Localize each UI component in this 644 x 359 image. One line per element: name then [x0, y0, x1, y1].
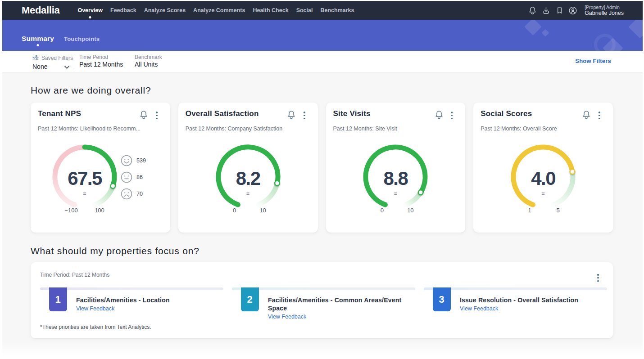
- alert-bell-icon[interactable]: [139, 110, 148, 122]
- focus-section-heading: What should my properties focus on?: [31, 233, 613, 256]
- account-icon[interactable]: [568, 6, 577, 15]
- medallia-app: Medallia OverviewFeedbackAnalyze ScoresA…: [2, 1, 643, 358]
- decor-diamond: [542, 29, 549, 37]
- metric-card-social-scores: Social Scores Past 12 Months: Overall Sc…: [473, 103, 613, 233]
- gauge-value: 8.2: [203, 168, 293, 189]
- gauge: 67.5 = −100 100: [40, 132, 130, 222]
- decor-ring: [594, 34, 616, 51]
- card-subtitle: Past 12 Months: Likelihood to Recomm...: [31, 122, 170, 132]
- primary-nav: OverviewFeedbackAnalyze ScoresAnalyze Co…: [77, 4, 354, 16]
- priority-item-2: 2 Facilities/Amenities - Common Areas/Ev…: [232, 287, 415, 320]
- time-period-label: Time Period: [79, 54, 108, 60]
- view-feedback-link[interactable]: View Feedback: [76, 305, 114, 312]
- filter-divider: [75, 54, 75, 69]
- nav-item-analyze-comments[interactable]: Analyze Comments: [193, 4, 245, 16]
- metric-card-tenant-nps: Tenant NPS Past 12 Months: Likelihood to…: [31, 103, 170, 233]
- gauge: 4.0 = 1 5: [498, 132, 588, 222]
- card-header: Overall Satisfaction: [178, 103, 318, 122]
- user-block[interactable]: [Property] Admin Gabrielle Jones: [585, 4, 624, 16]
- benchmark-value: All Units: [135, 61, 158, 68]
- priority-text: Facilities/Amenities - Common Areas/Even…: [268, 290, 415, 320]
- medallia-logo: Medallia: [22, 4, 59, 16]
- gauge-min-label: 0: [368, 207, 395, 214]
- kebab-menu-icon[interactable]: [596, 273, 600, 283]
- tab-summary[interactable]: Summary: [22, 35, 54, 43]
- chevron-down-icon[interactable]: [64, 63, 69, 71]
- user-name: Gabrielle Jones: [585, 10, 624, 16]
- time-period-value: Past 12 Months: [79, 61, 123, 68]
- gauge-max-label: 5: [544, 207, 571, 214]
- priority-rank-badge: 1: [49, 287, 67, 311]
- card-subtitle: Past 12 Months: Overall Score: [473, 122, 613, 132]
- benchmark-group[interactable]: Benchmark All Units: [135, 51, 162, 72]
- decor-diamond: [629, 20, 643, 38]
- subnav-band: SummaryTouchpoints: [2, 20, 643, 51]
- gauge-max-label: 100: [86, 207, 113, 214]
- card-title: Tenant NPS: [38, 109, 139, 118]
- kebab-menu-icon[interactable]: [303, 110, 306, 121]
- breakdown-count: 539: [136, 157, 146, 164]
- time-period-group[interactable]: Time Period Past 12 Months: [79, 51, 123, 72]
- breakdown-row: 86: [121, 171, 146, 183]
- gauge-value: 8.8: [350, 168, 440, 189]
- saved-filters-label: Saved Filters: [41, 55, 73, 61]
- kebab-menu-icon[interactable]: [450, 110, 454, 121]
- tab-label: Touchpoints: [64, 36, 100, 42]
- filter-bar: Saved Filters None Time Period Past 12 M…: [2, 51, 643, 72]
- saved-filters-group[interactable]: Saved Filters None: [32, 51, 73, 72]
- breakdown-row: 70: [121, 188, 146, 200]
- sliders-icon: [32, 54, 39, 62]
- gauge-comparison: =: [498, 191, 588, 197]
- alert-bell-icon[interactable]: [435, 110, 444, 122]
- metric-card-overall-satisfaction: Overall Satisfaction Past 12 Months: Com…: [178, 103, 318, 233]
- nav-item-social[interactable]: Social: [296, 4, 313, 16]
- focus-card: Time Period: Past 12 Months 1 Facilities…: [31, 262, 613, 338]
- card-header: Tenant NPS: [31, 103, 170, 122]
- nps-breakdown: 539 86 70: [121, 155, 146, 200]
- gauge-min-label: −100: [58, 207, 85, 214]
- metric-card-site-visits: Site Visits Past 12 Months: Site Visit 8…: [326, 103, 466, 233]
- gauge: 8.8 = 0 10: [350, 132, 440, 222]
- priority-item-3: 3 Issue Resolution - Overall Satisfactio…: [424, 287, 607, 320]
- nav-item-analyze-scores[interactable]: Analyze Scores: [144, 4, 186, 16]
- priority-rank-badge: 2: [241, 287, 259, 311]
- priorities-row: 1 Facilities/Amenities - Location View F…: [40, 287, 607, 320]
- card-title: Overall Satisfaction: [186, 109, 287, 118]
- gauge-min-label: 0: [221, 207, 248, 214]
- gauge-value: 67.5: [40, 168, 130, 189]
- bookmark-icon[interactable]: [555, 6, 564, 15]
- kebab-menu-icon[interactable]: [598, 110, 601, 121]
- nav-item-benchmarks[interactable]: Benchmarks: [320, 4, 354, 16]
- alert-bell-icon[interactable]: [582, 110, 591, 122]
- priority-title: Facilities/Amenities - Common Areas/Even…: [268, 296, 403, 312]
- saved-filters-value[interactable]: None: [32, 63, 47, 70]
- benchmark-label: Benchmark: [135, 54, 162, 60]
- top-navbar: Medallia OverviewFeedbackAnalyze ScoresA…: [2, 1, 643, 20]
- priority-title: Facilities/Amenities - Location: [76, 296, 211, 304]
- gauge-max-label: 10: [397, 207, 424, 214]
- card-header: Social Scores: [473, 103, 613, 122]
- gauge-comparison: =: [350, 191, 440, 197]
- alert-bell-icon[interactable]: [287, 110, 296, 122]
- show-filters-button[interactable]: Show Filters: [575, 58, 611, 64]
- main-content: How are we doing overall? Tenant NPS Pas…: [2, 72, 643, 359]
- tab-touchpoints[interactable]: Touchpoints: [64, 35, 100, 43]
- nav-item-overview[interactable]: Overview: [77, 4, 103, 16]
- nav-item-feedback[interactable]: Feedback: [110, 4, 136, 16]
- card-header: Site Visits: [326, 103, 466, 122]
- neutral-face-icon: [121, 171, 132, 183]
- view-feedback-link[interactable]: View Feedback: [460, 305, 498, 312]
- nav-item-health-check[interactable]: Health Check: [253, 4, 288, 16]
- notifications-icon[interactable]: [528, 6, 537, 15]
- user-role: [Property] Admin: [585, 4, 624, 10]
- breakdown-count: 86: [136, 174, 143, 180]
- card-title: Social Scores: [481, 109, 582, 118]
- card-subtitle: Past 12 Months: Company Satisfaction: [178, 122, 318, 132]
- priority-text: Facilities/Amenities - Location View Fee…: [76, 290, 223, 312]
- gauge-value: 4.0: [498, 168, 588, 189]
- view-feedback-link[interactable]: View Feedback: [268, 314, 306, 320]
- navbar-right: [Property] Admin Gabrielle Jones: [528, 1, 643, 20]
- download-icon[interactable]: [541, 6, 550, 15]
- happy-face-icon: [121, 155, 132, 166]
- kebab-menu-icon[interactable]: [155, 110, 159, 121]
